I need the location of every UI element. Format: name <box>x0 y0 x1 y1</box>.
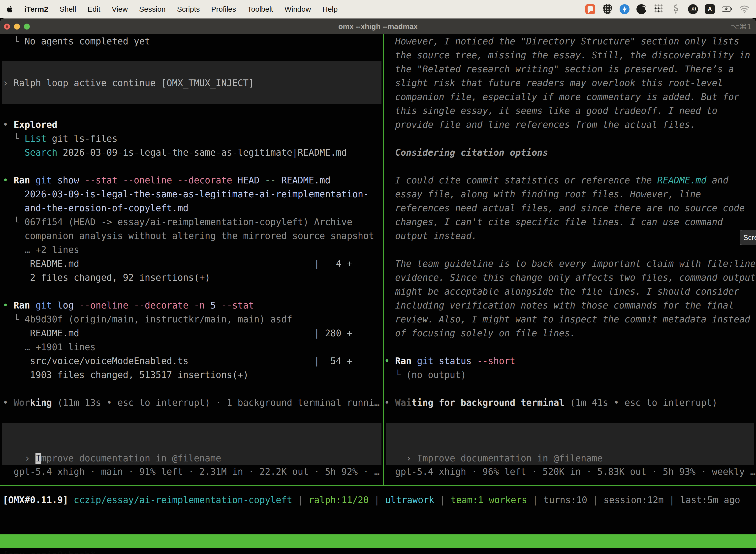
menu-item-window[interactable]: Window <box>285 5 311 13</box>
text-segment: List <box>24 133 46 144</box>
text-segment: Ralph loop active continue [OMX_TMUX_INJ… <box>14 78 254 88</box>
text-segment: git <box>36 175 52 186</box>
text-segment: essay file, along with finding root file… <box>384 189 701 200</box>
terminal-line: README.md | 4 + <box>3 257 382 271</box>
moon-icon[interactable] <box>636 4 646 14</box>
text-segment: I could cite commit statistics or refere… <box>384 175 657 186</box>
sync-badge-icon[interactable] <box>620 4 630 14</box>
text-segment <box>412 356 417 366</box>
text-segment: cczip/essay/ai-reimplementation-copyleft <box>74 495 292 505</box>
text-segment: | <box>527 495 544 505</box>
pane-divider-vertical[interactable] <box>383 34 384 485</box>
left-pane[interactable]: └ No agents completed yet › Ralph loop a… <box>0 34 382 410</box>
terminal-line: └ No agents completed yet <box>3 35 382 48</box>
window-shortcut-badge: ⌥⌘1 <box>731 22 752 31</box>
text-segment <box>68 495 74 505</box>
menu-item-session[interactable]: Session <box>139 5 166 13</box>
menu-item-profiles[interactable]: Profiles <box>211 5 236 13</box>
terminal-line: this single essay, it seems like a good … <box>384 104 756 118</box>
text-segment: › <box>3 78 14 88</box>
menu-item-shell[interactable]: Shell <box>60 5 76 13</box>
text-segment: this single essay, it seems like a good … <box>384 106 717 116</box>
text-segment: provide file and line references from th… <box>384 119 695 130</box>
text-segment: king <box>30 397 52 408</box>
terminal-line: Search 2026-03-09-is-legal-the-same-as-l… <box>3 146 382 160</box>
tmux-session-window[interactable]: [omx-cczip0:bash* <box>3 548 96 554</box>
tmux-status-bar: [omx-cczip0:bash* "MacBook-Pro-44.local"… <box>0 535 756 548</box>
input-source-icon[interactable]: A <box>705 4 715 14</box>
terminal-line: changes, I can't cite specific file line… <box>384 215 756 229</box>
squiggle-icon[interactable] <box>671 4 681 14</box>
terminal-line: … +1901 lines <box>3 340 382 354</box>
text-segment: show <box>52 175 84 186</box>
counter-badge-icon[interactable]: ..61 <box>688 4 698 14</box>
terminal-line: companion file, especially if more comme… <box>384 90 756 104</box>
terminal-line <box>3 285 382 298</box>
terminal-line: However, I noticed the "Directory Struct… <box>384 35 756 48</box>
terminal-line: • Explored <box>3 118 382 132</box>
text-segment: Considering citation options <box>384 147 548 158</box>
omx-status-line: [OMX#0.11.9] cczip/essay/ai-reimplementa… <box>3 493 740 507</box>
menu-item-edit[interactable]: Edit <box>87 5 101 13</box>
text-segment: ralph:11/20 <box>309 495 369 505</box>
text-segment: companion file, especially if more comme… <box>384 92 739 102</box>
terminal-line: including verification notes with those … <box>384 298 756 313</box>
terminal-line: README.md | 280 + <box>3 326 382 340</box>
text-segment: -- <box>265 175 276 186</box>
right-pane[interactable]: However, I noticed the "Directory Struct… <box>381 34 756 410</box>
text-segment: --stat --oneline --decorate <box>84 175 232 186</box>
text-segment: review. Also, I might want to inspect th… <box>384 314 750 325</box>
text-segment: └ <box>3 217 24 227</box>
text-segment: --stat <box>221 300 254 311</box>
text-segment: git <box>36 300 52 311</box>
text-segment: Wai <box>395 397 412 408</box>
menu-item-iterm2[interactable]: iTerm2 <box>24 5 48 13</box>
terminal-line <box>384 132 756 146</box>
text-segment: README.md <box>276 175 330 186</box>
text-segment: (no output) <box>406 370 466 380</box>
chat-icon[interactable] <box>585 4 595 14</box>
text-segment: Ran <box>395 356 412 366</box>
text-segment: companion analysis without altering the … <box>3 231 374 241</box>
terminal-line: 2 files changed, 92 insertions(+) <box>3 271 382 285</box>
terminal-line: • Ran git log --oneline --decorate -n 5 … <box>3 298 382 313</box>
terminal-line: I could cite commit statistics or refere… <box>384 173 756 187</box>
screenshot-notification[interactable]: Scre <box>740 230 756 245</box>
wifi-icon[interactable] <box>739 4 750 14</box>
prompt-chevron: › <box>24 453 36 464</box>
text-segment: evidence. Since this change only affects… <box>384 272 756 283</box>
menu-item-view[interactable]: View <box>112 5 128 13</box>
pane-divider-horizontal[interactable] <box>0 485 756 486</box>
text-segment: git <box>417 356 433 366</box>
text-cursor: I <box>36 453 41 464</box>
text-segment: └ <box>3 36 24 47</box>
battery-icon[interactable] <box>722 4 732 14</box>
privacy-shield-icon[interactable] <box>602 4 613 14</box>
terminal-line <box>384 340 756 354</box>
text-segment <box>30 300 36 311</box>
apple-menu-icon[interactable] <box>6 5 13 13</box>
terminal-line: └ 067f154 (HEAD -> essay/ai-reimplementa… <box>3 215 382 229</box>
text-segment: • <box>3 175 14 186</box>
terminal-line: and-the-erosion-of-copyleft.md <box>3 201 382 215</box>
terminal[interactable]: └ No agents completed yet › Ralph loop a… <box>0 34 756 554</box>
text-segment: 5 <box>205 300 221 311</box>
text-segment: 2026-03-09-is-legal-the-same-as-legitima… <box>57 147 347 158</box>
menu-item-scripts[interactable]: Scripts <box>177 5 200 13</box>
prompt-chevron: › <box>406 453 417 464</box>
app-grid-dots-icon[interactable] <box>653 4 664 14</box>
menu-item-toolbelt[interactable]: Toolbelt <box>248 5 273 13</box>
text-segment: └ <box>384 370 406 380</box>
terminal-line: 2026-03-09-is-legal-the-same-as-legitima… <box>3 187 382 201</box>
terminal-line <box>384 160 756 173</box>
terminal-line: └ List git ls-files <box>3 132 382 146</box>
text-segment: status <box>433 356 477 366</box>
text-segment: | <box>434 495 451 505</box>
text-segment: However, I noticed the "Directory Struct… <box>384 36 739 47</box>
text-segment: the "Related research writing" section i… <box>384 64 734 74</box>
text-segment <box>30 175 36 186</box>
window-title-bar[interactable]: omx --xhigh --madmax ⌥⌘1 <box>0 18 756 34</box>
text-segment: Wor <box>14 397 30 408</box>
menu-item-help[interactable]: Help <box>322 5 338 13</box>
right-input-value: Improve documentation in @filename <box>417 453 603 464</box>
